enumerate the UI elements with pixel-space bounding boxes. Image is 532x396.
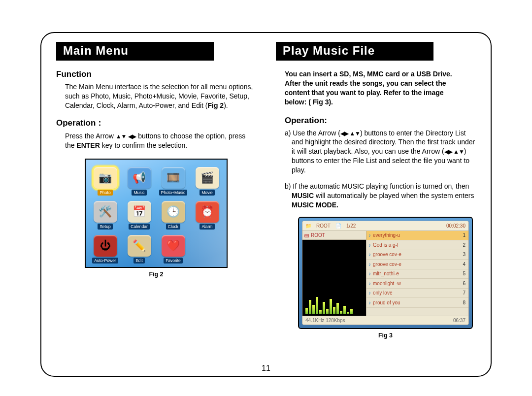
music-note-icon: ♪ [368,262,371,267]
music-note-icon: ♪ [368,300,371,305]
file-row: ♪groove cov-e4 [366,260,468,269]
op-b-1: b) If the automatic MUSIC playing functi… [285,182,469,190]
app-label: Alarm [200,224,214,230]
page-number: 11 [41,364,491,373]
file-index: 8 [463,300,466,305]
calendar-icon: 📅 [128,201,151,223]
music-note-icon: ♪ [368,232,371,238]
fig3-statusbar: 44.1KHz 128Kbps 06:37 [302,316,468,325]
play-music-intro: You can insert a SD, MS, MMC card or a U… [285,69,467,107]
operation-paragraph-left: Press the Arrow ▲▼ ◀▶ buttons to choose … [65,132,256,150]
file-name: proud of you [373,300,461,305]
arrows-leftright-icon: ◀▶ [128,133,136,140]
app-label: Setup [98,224,112,230]
app-label: Calendar [129,224,150,230]
page-icon: 📄 [335,223,341,229]
fig2-screenshot: 📷Photo📢Music🎞️Photo+Music🎬Movie🛠️Setup📅C… [85,159,228,268]
arrows-lrud-icon: ◀▶ ▲▼ [340,130,360,137]
movie-icon: 🎬 [196,167,219,189]
clock-icon: 🕒 [162,201,185,223]
file-name: God is a g-l [373,242,461,248]
file-index: 7 [463,290,466,296]
music-note-icon: ♪ [368,281,371,286]
file-row: ♪moonlight -w6 [366,279,468,289]
file-name: everything-u [373,232,461,238]
op-left-3: key to confirm the selection. [100,141,187,149]
page-frame: Main Menu Function The Main Menu interfa… [40,32,492,377]
fig3-root-label: ROOT [311,232,325,238]
function-text-2: ). [224,101,228,109]
music-bold: MUSIC [292,192,314,199]
file-name: moonlight -w [373,281,461,286]
equalizer-icon [305,294,353,314]
folder-icon: 📁 [305,223,311,229]
app-tile-setup: 🛠️Setup [89,197,122,230]
operation-heading-right: Operation: [285,116,476,126]
right-column: Play Music File You can insert a SD, MS,… [276,42,476,376]
music-note-icon: ♪ [368,242,371,248]
app-label: Movie [200,190,215,196]
fig3-page-count: 1/22 [346,223,356,229]
arrows-lrud-icon-2: ◀▶ ▲▼ [444,149,464,156]
file-row: ♪everything-u1 [366,231,468,241]
fig3-preview-pane [302,240,366,316]
op-left-1: Press the Arrow [65,132,116,140]
app-tile-movie: 🎬Movie [191,163,224,196]
app-tile-calendar: 📅Calendar [123,197,156,230]
file-name: mltr_nothi-e [373,271,461,276]
app-label: Edit [133,258,145,264]
photo-music-icon: 🎞️ [162,167,185,189]
file-row: ♪God is a g-l2 [366,240,468,250]
file-index: 5 [463,271,466,276]
fig3-caption: Fig 3 [298,332,473,339]
music-note-icon: ♪ [368,290,371,296]
function-heading: Function [56,69,256,79]
file-index: 4 [463,262,466,267]
enter-key-label: ENTER [76,141,100,149]
app-label: Clock [166,224,180,230]
op-a-1: a) Use the Arrow ( [285,129,340,137]
fig3-duration: 06:37 [453,318,466,323]
app-tile-edit: ✏️Edit [123,231,156,264]
drive-icon: 🖴 [304,232,309,238]
fig2-caption: Fig 2 [56,271,256,278]
fig3-elapsed-time: 00:02:30 [446,223,466,229]
main-menu-header: Main Menu [56,42,214,61]
function-fig-ref: Fig 2 [207,101,224,109]
music-note-icon: ♪ [368,271,371,276]
app-label: Photo [98,190,112,196]
favorite-icon: ❤️ [162,235,185,257]
operation-heading-left: Operation： [56,117,256,129]
operation-a: a) Use the Arrow (◀▶ ▲▼) buttons to ente… [292,129,476,175]
file-index: 3 [463,252,466,257]
app-tile-clock: 🕒Clock [157,197,190,230]
file-row: ♪only love7 [366,289,468,298]
fig3-root-path: ROOT [316,223,331,229]
music-icon: 📢 [128,167,151,189]
app-label: Favorite [164,258,183,264]
app-tile-auto-power: ⏻Auto-Power [89,231,122,264]
fig3-screenshot: 📁 ROOT 📄 1/22 00:02:30 🖴 ROOT [298,217,473,329]
left-column: Main Menu Function The Main Menu interfa… [56,42,256,376]
music-note-icon: ♪ [368,252,371,257]
function-paragraph: The Main Menu interface is the selection… [65,82,256,110]
fig3-file-list: ♪everything-u1♪God is a g-l2♪groove cov-… [366,231,468,316]
fig3-dir-row: 🖴 ROOT [302,231,366,240]
app-label: Auto-Power [92,258,118,264]
app-label: Photo+Music [159,190,187,196]
file-row: ♪proud of you8 [366,298,468,308]
file-name: only love [373,290,461,296]
file-index: 6 [463,281,466,286]
app-tile-alarm: ⏰Alarm [191,197,224,230]
file-index: 2 [463,242,466,248]
play-music-header: Play Music File [276,42,433,61]
auto-power-icon: ⏻ [94,235,117,257]
app-tile-favorite: ❤️Favorite [157,231,190,264]
edit-icon: ✏️ [128,235,151,257]
alarm-icon: ⏰ [196,201,219,223]
arrows-updown-icon: ▲▼ [116,133,127,140]
operation-b: b) If the automatic MUSIC playing functi… [292,182,476,210]
fig3-titlebar: 📁 ROOT 📄 1/22 00:02:30 [302,221,468,231]
photo-icon: 📷 [94,167,117,189]
setup-icon: 🛠️ [94,201,117,223]
